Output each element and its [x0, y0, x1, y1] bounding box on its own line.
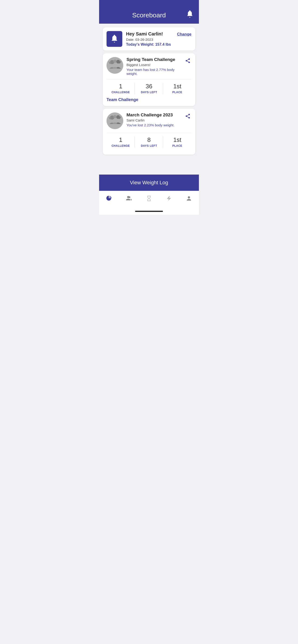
svg-point-15 — [188, 117, 190, 118]
place-1: 1st PLACE — [163, 83, 191, 94]
person-icon — [186, 195, 192, 203]
challenge-count-1: 1 CHALLENGE — [107, 83, 135, 94]
hourglass-icon — [146, 195, 152, 203]
share-button-2[interactable] — [184, 112, 191, 121]
svg-point-11 — [116, 115, 120, 119]
challenge-title: Spring Team Challenge — [127, 57, 181, 62]
change-button[interactable]: Change — [177, 32, 191, 37]
chart-icon — [106, 195, 112, 203]
svg-point-2 — [116, 60, 120, 64]
svg-point-6 — [188, 62, 190, 63]
user-weight: Today's Weight: 157.4 lbs — [126, 42, 173, 46]
svg-point-4 — [188, 58, 190, 60]
view-weight-log-button[interactable]: View Weight Log — [99, 174, 199, 191]
svg-line-7 — [187, 61, 189, 62]
svg-rect-0 — [107, 57, 123, 74]
challenge-subtitle: Biggest Losers! — [127, 63, 181, 67]
header: Scoreboard — [99, 0, 199, 24]
user-avatar — [107, 31, 122, 47]
svg-point-12 — [113, 115, 117, 118]
challenge-header-2: March Challenge 2023 Sami Carlin You've … — [107, 112, 191, 129]
challenge-image — [107, 57, 123, 74]
svg-rect-9 — [107, 112, 123, 129]
stats-row-1: 1 CHALLENGE 36 DAYS LEFT 1st PLACE — [107, 79, 191, 94]
days-left-1: 36 DAYS LEFT — [135, 83, 163, 94]
people-icon — [126, 195, 132, 203]
svg-point-13 — [188, 114, 190, 115]
challenge-progress: Your team has lost 2.77% body weight. — [127, 68, 181, 76]
user-info-card: Hey Sami Carlin! Date: 03-26-2023 Today'… — [103, 27, 195, 50]
user-date: Date: 03-26-2023 — [126, 38, 173, 42]
nav-dashboard[interactable] — [103, 194, 115, 204]
challenge-progress-2: You've lost 2.23% body weight. — [127, 123, 181, 127]
home-bar — [135, 211, 163, 212]
march-challenge-card: March Challenge 2023 Sami Carlin You've … — [103, 109, 195, 154]
bolt-icon — [166, 195, 172, 203]
challenge-title-2: March Challenge 2023 — [127, 112, 181, 118]
bottom-navigation — [99, 191, 199, 209]
svg-point-3 — [113, 60, 117, 63]
home-indicator — [99, 209, 199, 215]
svg-line-16 — [187, 116, 189, 118]
challenge-count-2: 1 CHALLENGE — [107, 136, 135, 148]
nav-timer[interactable] — [143, 194, 155, 204]
team-challenge-link[interactable]: Team Challenge — [107, 97, 138, 102]
place-2: 1st PLACE — [163, 136, 191, 148]
bell-icon[interactable] — [186, 10, 193, 20]
svg-point-19 — [188, 196, 190, 198]
user-details: Hey Sami Carlin! Date: 03-26-2023 Today'… — [126, 31, 173, 46]
main-content: Hey Sami Carlin! Date: 03-26-2023 Today'… — [99, 24, 199, 174]
challenge-subtitle-2: Sami Carlin — [127, 118, 181, 122]
nav-profile[interactable] — [183, 194, 195, 204]
share-button-1[interactable] — [184, 57, 191, 66]
challenge-image-2 — [107, 112, 123, 129]
user-greeting: Hey Sami Carlin! — [126, 31, 173, 37]
challenge-header: Spring Team Challenge Biggest Losers! Yo… — [107, 57, 191, 76]
svg-point-14 — [186, 116, 187, 117]
svg-point-5 — [186, 60, 187, 62]
svg-line-8 — [187, 60, 189, 60]
stats-row-2: 1 CHALLENGE 8 DAYS LEFT 1st PLACE — [107, 133, 191, 148]
spring-team-challenge-card: Spring Team Challenge Biggest Losers! Yo… — [103, 53, 195, 106]
svg-line-17 — [187, 115, 189, 116]
challenge-details-2: March Challenge 2023 Sami Carlin You've … — [127, 112, 181, 127]
days-left-2: 8 DAYS LEFT — [135, 136, 163, 148]
nav-challenges[interactable] — [123, 194, 135, 204]
nav-activity[interactable] — [163, 194, 175, 204]
page-title: Scoreboard — [132, 12, 166, 19]
challenge-details: Spring Team Challenge Biggest Losers! Yo… — [127, 57, 181, 76]
